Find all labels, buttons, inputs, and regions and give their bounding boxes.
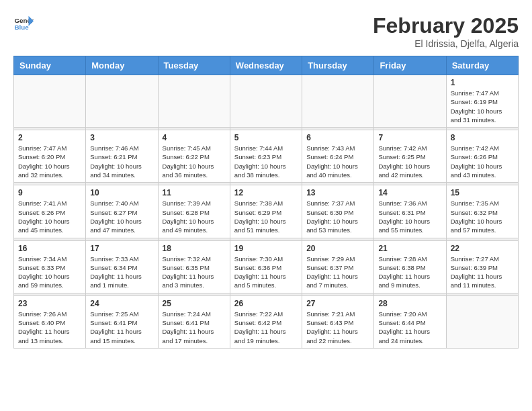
calendar-day-cell	[302, 75, 374, 128]
day-number: 16	[18, 244, 81, 253]
day-info: Sunrise: 7:28 AM Sunset: 6:38 PM Dayligh…	[378, 255, 441, 290]
day-info: Sunrise: 7:44 AM Sunset: 6:23 PM Dayligh…	[234, 144, 298, 179]
day-info: Sunrise: 7:30 AM Sunset: 6:36 PM Dayligh…	[234, 255, 298, 290]
calendar-day-cell: 16Sunrise: 7:34 AM Sunset: 6:33 PM Dayli…	[14, 240, 86, 293]
day-info: Sunrise: 7:37 AM Sunset: 6:30 PM Dayligh…	[306, 199, 369, 234]
calendar-day-cell	[86, 75, 158, 128]
day-number: 1	[451, 78, 514, 87]
day-info: Sunrise: 7:43 AM Sunset: 6:24 PM Dayligh…	[306, 144, 369, 179]
calendar-day-cell: 12Sunrise: 7:38 AM Sunset: 6:29 PM Dayli…	[230, 185, 302, 238]
day-number: 23	[18, 299, 81, 308]
day-number: 24	[90, 299, 153, 308]
day-info: Sunrise: 7:29 AM Sunset: 6:37 PM Dayligh…	[306, 255, 369, 290]
day-number: 4	[163, 133, 226, 142]
day-number: 5	[234, 133, 298, 142]
day-number: 22	[451, 244, 514, 253]
calendar-day-cell: 1Sunrise: 7:47 AM Sunset: 6:19 PM Daylig…	[446, 75, 518, 128]
day-info: Sunrise: 7:20 AM Sunset: 6:44 PM Dayligh…	[378, 310, 441, 345]
day-info: Sunrise: 7:25 AM Sunset: 6:41 PM Dayligh…	[90, 310, 153, 345]
day-info: Sunrise: 7:27 AM Sunset: 6:39 PM Dayligh…	[451, 255, 514, 290]
day-number: 11	[163, 188, 226, 197]
day-number: 19	[234, 244, 298, 253]
calendar-day-cell: 11Sunrise: 7:39 AM Sunset: 6:28 PM Dayli…	[158, 185, 230, 238]
day-number: 2	[18, 133, 81, 142]
calendar-day-cell: 27Sunrise: 7:21 AM Sunset: 6:43 PM Dayli…	[302, 295, 374, 348]
day-number: 27	[306, 299, 369, 308]
calendar-day-cell: 15Sunrise: 7:35 AM Sunset: 6:32 PM Dayli…	[446, 185, 518, 238]
calendar-day-cell: 21Sunrise: 7:28 AM Sunset: 6:38 PM Dayli…	[374, 240, 446, 293]
day-info: Sunrise: 7:42 AM Sunset: 6:26 PM Dayligh…	[451, 144, 514, 179]
logo-icon: General Blue	[13, 13, 34, 34]
day-info: Sunrise: 7:26 AM Sunset: 6:40 PM Dayligh…	[18, 310, 81, 345]
calendar-day-cell: 19Sunrise: 7:30 AM Sunset: 6:36 PM Dayli…	[230, 240, 302, 293]
title-area: February 2025 El Idrissia, Djelfa, Alger…	[373, 13, 519, 49]
calendar-day-cell: 18Sunrise: 7:32 AM Sunset: 6:35 PM Dayli…	[158, 240, 230, 293]
day-number: 28	[378, 299, 441, 308]
calendar-day-cell: 6Sunrise: 7:43 AM Sunset: 6:24 PM Daylig…	[302, 130, 374, 183]
calendar-day-cell: 25Sunrise: 7:24 AM Sunset: 6:41 PM Dayli…	[158, 295, 230, 348]
day-number: 6	[306, 133, 369, 142]
calendar-day-cell: 13Sunrise: 7:37 AM Sunset: 6:30 PM Dayli…	[302, 185, 374, 238]
day-number: 3	[90, 133, 153, 142]
day-info: Sunrise: 7:47 AM Sunset: 6:20 PM Dayligh…	[18, 144, 81, 179]
calendar-day-cell: 24Sunrise: 7:25 AM Sunset: 6:41 PM Dayli…	[86, 295, 158, 348]
weekday-header-saturday: Saturday	[446, 56, 518, 75]
day-number: 13	[306, 188, 369, 197]
day-number: 25	[163, 299, 226, 308]
day-number: 7	[378, 133, 441, 142]
calendar-day-cell	[158, 75, 230, 128]
day-info: Sunrise: 7:42 AM Sunset: 6:25 PM Dayligh…	[378, 144, 441, 179]
calendar-day-cell: 23Sunrise: 7:26 AM Sunset: 6:40 PM Dayli…	[14, 295, 86, 348]
day-number: 12	[234, 188, 298, 197]
calendar-day-cell: 2Sunrise: 7:47 AM Sunset: 6:20 PM Daylig…	[14, 130, 86, 183]
day-info: Sunrise: 7:45 AM Sunset: 6:22 PM Dayligh…	[163, 144, 226, 179]
calendar-day-cell: 5Sunrise: 7:44 AM Sunset: 6:23 PM Daylig…	[230, 130, 302, 183]
weekday-header-friday: Friday	[374, 56, 446, 75]
calendar-day-cell	[374, 75, 446, 128]
day-number: 10	[90, 188, 153, 197]
day-info: Sunrise: 7:33 AM Sunset: 6:34 PM Dayligh…	[90, 255, 153, 290]
weekday-header-sunday: Sunday	[14, 56, 86, 75]
calendar-day-cell: 8Sunrise: 7:42 AM Sunset: 6:26 PM Daylig…	[446, 130, 518, 183]
day-info: Sunrise: 7:46 AM Sunset: 6:21 PM Dayligh…	[90, 144, 153, 179]
day-number: 9	[18, 188, 81, 197]
calendar-day-cell: 28Sunrise: 7:20 AM Sunset: 6:44 PM Dayli…	[374, 295, 446, 348]
weekday-header-monday: Monday	[86, 56, 158, 75]
calendar-day-cell	[230, 75, 302, 128]
calendar-day-cell	[14, 75, 86, 128]
calendar-week-row: 2Sunrise: 7:47 AM Sunset: 6:20 PM Daylig…	[14, 130, 519, 183]
weekday-header-thursday: Thursday	[302, 56, 374, 75]
day-number: 21	[378, 244, 441, 253]
day-number: 14	[378, 188, 441, 197]
weekday-header-wednesday: Wednesday	[230, 56, 302, 75]
day-info: Sunrise: 7:35 AM Sunset: 6:32 PM Dayligh…	[451, 199, 514, 234]
day-info: Sunrise: 7:32 AM Sunset: 6:35 PM Dayligh…	[163, 255, 226, 290]
calendar-week-row: 1Sunrise: 7:47 AM Sunset: 6:19 PM Daylig…	[14, 75, 519, 128]
weekday-header-tuesday: Tuesday	[158, 56, 230, 75]
day-info: Sunrise: 7:41 AM Sunset: 6:26 PM Dayligh…	[18, 199, 81, 234]
page-subtitle: El Idrissia, Djelfa, Algeria	[373, 38, 519, 49]
day-info: Sunrise: 7:22 AM Sunset: 6:42 PM Dayligh…	[234, 310, 298, 345]
calendar-day-cell: 26Sunrise: 7:22 AM Sunset: 6:42 PM Dayli…	[230, 295, 302, 348]
day-number: 26	[234, 299, 298, 308]
day-number: 17	[90, 244, 153, 253]
day-number: 8	[451, 133, 514, 142]
calendar-week-row: 9Sunrise: 7:41 AM Sunset: 6:26 PM Daylig…	[14, 185, 519, 238]
calendar-day-cell: 22Sunrise: 7:27 AM Sunset: 6:39 PM Dayli…	[446, 240, 518, 293]
calendar-day-cell: 20Sunrise: 7:29 AM Sunset: 6:37 PM Dayli…	[302, 240, 374, 293]
calendar-header-row: SundayMondayTuesdayWednesdayThursdayFrid…	[14, 56, 519, 75]
day-info: Sunrise: 7:21 AM Sunset: 6:43 PM Dayligh…	[306, 310, 369, 345]
day-info: Sunrise: 7:38 AM Sunset: 6:29 PM Dayligh…	[234, 199, 298, 234]
day-number: 15	[451, 188, 514, 197]
calendar-day-cell: 3Sunrise: 7:46 AM Sunset: 6:21 PM Daylig…	[86, 130, 158, 183]
calendar-day-cell: 10Sunrise: 7:40 AM Sunset: 6:27 PM Dayli…	[86, 185, 158, 238]
header: General Blue February 2025 El Idrissia, …	[13, 13, 519, 49]
day-info: Sunrise: 7:39 AM Sunset: 6:28 PM Dayligh…	[163, 199, 226, 234]
calendar-day-cell: 17Sunrise: 7:33 AM Sunset: 6:34 PM Dayli…	[86, 240, 158, 293]
calendar-day-cell: 7Sunrise: 7:42 AM Sunset: 6:25 PM Daylig…	[374, 130, 446, 183]
page-title: February 2025	[373, 13, 519, 38]
calendar-week-row: 16Sunrise: 7:34 AM Sunset: 6:33 PM Dayli…	[14, 240, 519, 293]
day-info: Sunrise: 7:36 AM Sunset: 6:31 PM Dayligh…	[378, 199, 441, 234]
day-info: Sunrise: 7:24 AM Sunset: 6:41 PM Dayligh…	[163, 310, 226, 345]
calendar-day-cell: 4Sunrise: 7:45 AM Sunset: 6:22 PM Daylig…	[158, 130, 230, 183]
